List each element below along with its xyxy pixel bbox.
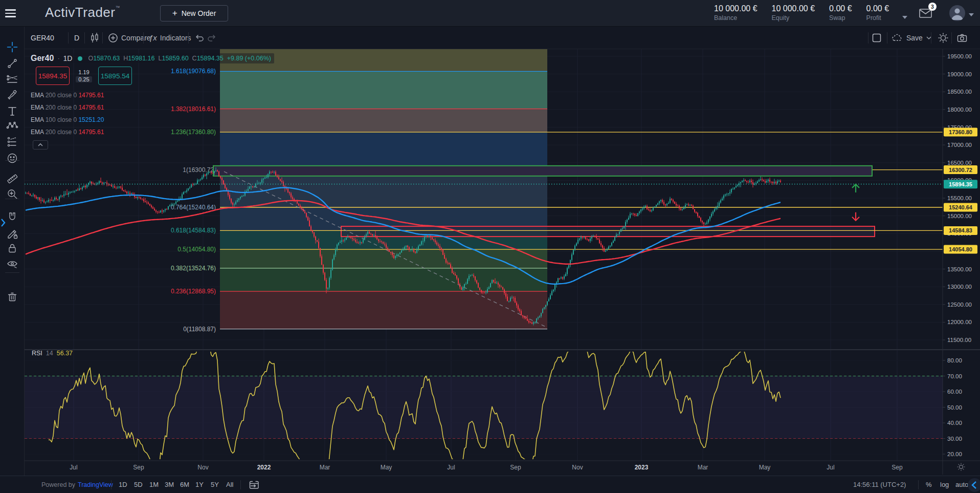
tradingview-link[interactable]: TradingView xyxy=(78,481,113,488)
fib-label: 0.236(12868.95) xyxy=(171,288,216,295)
price-badge: 14054.80 xyxy=(949,246,972,252)
range-1m[interactable]: 1M xyxy=(149,476,159,493)
activtrader-window: { "topbar": { "logo": "ActivTrader", "lo… xyxy=(0,0,980,493)
account-dropdown-icon[interactable] xyxy=(969,13,974,16)
forecast-tool[interactable] xyxy=(6,136,18,148)
sell-price-button[interactable]: 15894.35 xyxy=(36,67,70,85)
change-value: +9.89 (+0.06%) xyxy=(227,55,271,62)
market-status-dot xyxy=(78,56,82,61)
arrow-down-marker[interactable] xyxy=(852,212,859,221)
rsi-tick: 30.00 xyxy=(947,436,962,442)
emoji-tool[interactable] xyxy=(6,152,18,164)
indicator-row[interactable]: EMA 200 close 0 14795.61 xyxy=(31,101,104,114)
time-axis[interactable]: JulSepNov2022MarMayJulSepNov2023MarMayJu… xyxy=(25,461,980,471)
draw-mode-tool[interactable] xyxy=(6,228,18,240)
screenshot-button[interactable] xyxy=(956,27,968,49)
price-tick: 18500.00 xyxy=(947,89,972,95)
spread: 1.19 0.25 xyxy=(75,67,93,85)
fib-tool[interactable] xyxy=(6,73,18,85)
save-button[interactable]: Save xyxy=(891,27,932,49)
new-order-button[interactable]: + New Order xyxy=(160,5,228,22)
left-panel-expand-icon[interactable] xyxy=(0,217,6,228)
compare-plus-icon xyxy=(108,33,118,43)
indicator-value: 14795.61 xyxy=(78,104,104,111)
magnet-tool[interactable] xyxy=(6,211,18,224)
buy-price-button[interactable]: 15895.54 xyxy=(98,67,132,85)
fib-label: 0.764(15240.64) xyxy=(171,204,216,211)
time-tick: Sep xyxy=(510,464,521,471)
chart-legend: Ger40 · 1D O15870.63 H15981.16 L15859.60… xyxy=(31,53,274,63)
range-3m[interactable]: 3M xyxy=(165,476,174,493)
trend-line-tool[interactable] xyxy=(6,57,18,70)
low-value: 15859.60 xyxy=(162,55,188,62)
spread-value: 1.19 xyxy=(78,69,89,75)
indicator-row[interactable]: EMA 100 close 0 15251.20 xyxy=(31,114,104,126)
hide-drawings-tool[interactable] xyxy=(6,258,18,270)
settings-button[interactable] xyxy=(938,27,949,49)
rectangle-drawing[interactable] xyxy=(213,166,872,176)
ruler-tool[interactable] xyxy=(6,173,18,185)
time-tick: Jul xyxy=(447,464,455,471)
symbol-button[interactable]: GER40 xyxy=(31,27,54,49)
indicator-value: 14795.61 xyxy=(78,92,104,99)
delete-drawings-tool[interactable] xyxy=(6,291,18,303)
stat-swap: 0.00 €Swap xyxy=(829,4,852,22)
tools-divider xyxy=(5,272,19,273)
gear-icon xyxy=(938,32,949,44)
indicator-row[interactable]: EMA 200 close 0 14795.61 xyxy=(31,89,104,101)
legend-collapse-button[interactable] xyxy=(33,140,48,149)
redo-button[interactable] xyxy=(207,27,217,49)
price-axis[interactable]: 19500.0019000.0018500.0018000.0017500.00… xyxy=(943,49,977,475)
text-tool[interactable] xyxy=(6,105,18,117)
log-scale-button[interactable]: log xyxy=(940,476,949,493)
stat-label: Profit xyxy=(866,14,889,22)
price-tick: 11500.00 xyxy=(947,337,971,343)
range-1d[interactable]: 1D xyxy=(119,476,127,493)
price-badge: 16300.72 xyxy=(949,167,972,173)
time-tick: May xyxy=(381,464,392,471)
pattern-tool[interactable] xyxy=(6,119,18,132)
stat-value: 10 000.00 € xyxy=(714,4,758,13)
rsi-legend[interactable]: RSI 14 56.37 xyxy=(32,350,73,357)
indicator-value: 15251.20 xyxy=(78,116,104,123)
range-1y[interactable]: 1Y xyxy=(195,476,204,493)
indicator-row[interactable]: EMA 200 close 0 14795.61 xyxy=(31,126,104,138)
fib-label: 1.236(17360.80) xyxy=(171,128,216,136)
price-tick: 19000.00 xyxy=(947,71,972,77)
lock-drawings-tool[interactable] xyxy=(6,242,18,254)
go-to-date-button[interactable] xyxy=(249,476,260,493)
rsi-pane[interactable] xyxy=(25,341,980,473)
percent-scale-button[interactable]: % xyxy=(926,476,932,493)
stat-value: 10 000.00 € xyxy=(772,4,815,13)
rectangle-drawing[interactable] xyxy=(341,226,875,237)
panel-collapse-button[interactable] xyxy=(968,478,980,492)
time-tick: 2023 xyxy=(635,464,649,471)
stat-equity: 10 000.00 €Equity xyxy=(772,4,815,22)
undo-button[interactable] xyxy=(194,27,205,49)
time-tick: Jul xyxy=(70,464,77,471)
crosshair-tool[interactable] xyxy=(6,41,18,53)
candles-icon xyxy=(89,32,100,44)
menu-icon[interactable] xyxy=(5,7,17,19)
high-value: 15981.16 xyxy=(128,55,154,62)
compare-button[interactable]: Compare xyxy=(108,27,151,49)
chart-canvas[interactable]: 1.618(19076.68)1.382(18016.61)1.236(1736… xyxy=(25,49,980,476)
arrow-up-marker[interactable] xyxy=(852,184,859,192)
interval-button[interactable]: D xyxy=(74,27,79,49)
legend-interval: 1D xyxy=(63,54,73,62)
brush-tool[interactable] xyxy=(6,89,18,101)
layout-button[interactable] xyxy=(872,27,882,49)
avatar[interactable] xyxy=(949,5,965,21)
mail-badge: 3 xyxy=(928,3,937,11)
indicators-button[interactable]: ƒx Indicators xyxy=(149,27,191,49)
price-tick: 13000.00 xyxy=(947,284,972,290)
price-tick: 17000.00 xyxy=(947,142,972,148)
range-5d[interactable]: 5D xyxy=(134,476,143,493)
profit-dropdown-icon[interactable] xyxy=(902,16,907,19)
candle-style-button[interactable] xyxy=(89,27,100,49)
range-5y[interactable]: 5Y xyxy=(211,476,219,493)
range-all[interactable]: All xyxy=(226,476,233,493)
time-tick: May xyxy=(759,464,771,471)
theme-icon[interactable] xyxy=(957,463,965,471)
range-6m[interactable]: 6M xyxy=(180,476,189,493)
